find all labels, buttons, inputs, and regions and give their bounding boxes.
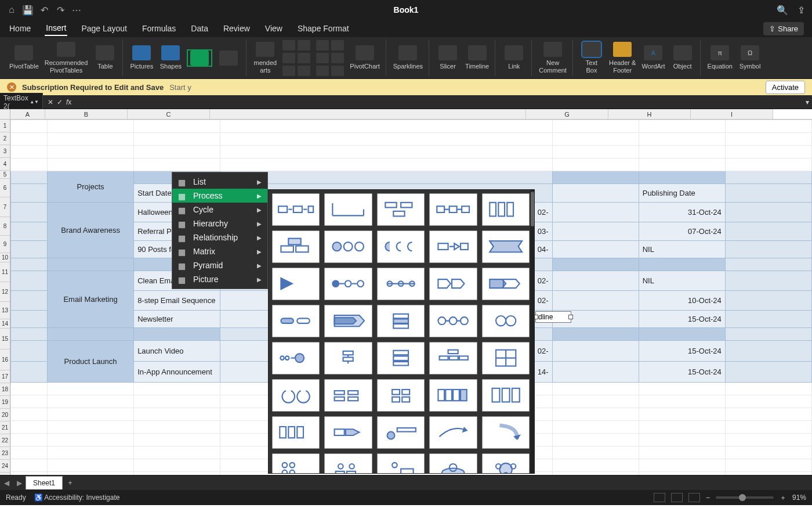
smartart-thumb[interactable]: [482, 268, 530, 300]
gallery-scrollbar[interactable]: [530, 189, 535, 474]
smartart-thumb[interactable]: [429, 453, 477, 474]
sheet-tab[interactable]: Sheet1: [26, 476, 63, 489]
smartart-category-hierarchy[interactable]: ▦Hierarchy▶: [172, 217, 267, 230]
chart-type-buttons-2[interactable]: [316, 40, 344, 76]
row-header[interactable]: 2: [0, 132, 10, 145]
smartart-thumb[interactable]: [429, 416, 477, 449]
save-icon[interactable]: 💾: [23, 5, 32, 15]
tab-page-layout[interactable]: Page Layout: [80, 21, 128, 35]
row-header[interactable]: 7: [0, 197, 10, 217]
link-button[interactable]: Link: [502, 45, 525, 70]
wordart-button[interactable]: AWordArt: [641, 45, 665, 70]
smartart-thumb[interactable]: [324, 305, 372, 337]
select-all-corner[interactable]: [0, 109, 10, 119]
smartart-category-pyramid[interactable]: ▦Pyramid▶: [172, 258, 267, 272]
smartart-thumb[interactable]: [324, 416, 372, 449]
smartart-thumb[interactable]: [272, 416, 320, 449]
tab-shape-format[interactable]: Shape Format: [296, 21, 350, 35]
slicer-button[interactable]: Slicer: [436, 45, 459, 70]
smartart-thumb[interactable]: [429, 305, 477, 337]
header-footer-button[interactable]: Header & Footer: [609, 42, 636, 73]
row-header[interactable]: 13: [0, 302, 10, 319]
tab-data[interactable]: Data: [190, 21, 209, 35]
pivotchart-button[interactable]: PivotChart: [350, 45, 379, 70]
smartart-thumb[interactable]: [482, 379, 530, 412]
row-header[interactable]: 16: [0, 350, 10, 370]
name-box-stepper-icon[interactable]: ▲▼: [30, 99, 39, 105]
share-indicator-icon[interactable]: ⇪: [798, 5, 805, 16]
row-header[interactable]: 17: [0, 370, 10, 383]
smartart-thumb[interactable]: [272, 305, 320, 337]
row-header[interactable]: 25: [0, 473, 10, 475]
smartart-thumb[interactable]: [429, 230, 477, 263]
row-header[interactable]: 12: [0, 282, 10, 302]
row-header[interactable]: 1: [0, 120, 10, 132]
row-header[interactable]: 9: [0, 236, 10, 253]
pictures-button[interactable]: Pictures: [130, 45, 153, 70]
view-normal-button[interactable]: [654, 493, 665, 502]
enter-formula-icon[interactable]: ✓: [57, 98, 63, 106]
smartart-thumb[interactable]: [429, 379, 477, 412]
view-page-break-button[interactable]: [688, 493, 700, 502]
smartart-thumb[interactable]: [482, 416, 530, 449]
floating-textbox[interactable]: dline: [535, 311, 571, 323]
chart-type-buttons[interactable]: [282, 40, 310, 76]
row-header[interactable]: 19: [0, 396, 10, 409]
timeline-button[interactable]: Timeline: [465, 45, 489, 70]
shapes-button[interactable]: Shapes: [159, 45, 182, 70]
smartart-thumb[interactable]: [377, 193, 425, 226]
smartart-thumb[interactable]: [429, 342, 477, 374]
smartart-thumb[interactable]: [324, 230, 372, 263]
smartart-thumb[interactable]: [429, 268, 477, 300]
row-header[interactable]: 18: [0, 383, 10, 396]
redo-icon[interactable]: ↷: [56, 5, 65, 15]
row-header[interactable]: 5: [0, 171, 10, 179]
smartart-category-relationship[interactable]: ▦Relationship▶: [172, 230, 267, 244]
row-header[interactable]: 24: [0, 460, 10, 473]
smartart-category-list[interactable]: ▦List▶: [172, 175, 267, 189]
row-header[interactable]: 21: [0, 421, 10, 434]
col-header-c[interactable]: C: [128, 109, 210, 119]
search-icon[interactable]: 🔍: [777, 5, 788, 16]
smartart-thumb[interactable]: [377, 379, 425, 412]
row-header[interactable]: 23: [0, 447, 10, 460]
recommended-pivottables-button[interactable]: Recommended PivotTables: [45, 42, 88, 73]
col-header-h[interactable]: H: [608, 109, 691, 119]
smartart-button[interactable]: [188, 51, 211, 66]
smartart-thumb[interactable]: [482, 193, 530, 226]
smartart-thumb[interactable]: [324, 379, 372, 412]
row-header[interactable]: 11: [0, 262, 10, 282]
name-box[interactable]: TextBox 2(▲▼: [0, 93, 43, 111]
row-header[interactable]: 22: [0, 434, 10, 447]
smartart-thumb[interactable]: [482, 305, 530, 337]
col-header-i[interactable]: I: [691, 109, 773, 119]
accessibility-status[interactable]: ♿ Accessibility: Investigate: [34, 493, 120, 502]
row-header[interactable]: 6: [0, 179, 10, 197]
banner-close-icon[interactable]: ✕: [7, 82, 16, 92]
object-button[interactable]: Object: [671, 45, 694, 70]
zoom-percent[interactable]: 91%: [792, 493, 806, 502]
new-comment-button[interactable]: New Comment: [539, 42, 567, 73]
row-header[interactable]: 8: [0, 217, 10, 236]
sheet-next-button[interactable]: ▶: [13, 479, 26, 487]
smartart-category-matrix[interactable]: ▦Matrix▶: [172, 244, 267, 258]
equation-button[interactable]: πEquation: [708, 45, 733, 70]
col-header-b[interactable]: B: [45, 109, 128, 119]
textbox-button[interactable]: Text Box: [580, 42, 603, 73]
tab-review[interactable]: Review: [222, 21, 251, 35]
table-button[interactable]: Table: [93, 45, 117, 70]
tab-insert[interactable]: Insert: [45, 21, 67, 36]
smartart-category-picture[interactable]: ▦Picture▶: [172, 272, 267, 286]
row-header[interactable]: 15: [0, 329, 10, 350]
row-header[interactable]: 14: [0, 319, 10, 329]
smartart-thumb[interactable]: [324, 453, 372, 474]
smartart-thumb[interactable]: [429, 193, 477, 226]
zoom-slider[interactable]: [716, 496, 774, 499]
col-header-a[interactable]: A: [10, 109, 45, 119]
cancel-formula-icon[interactable]: ✕: [48, 98, 53, 106]
smartart-thumb[interactable]: [482, 342, 530, 374]
share-button[interactable]: ⇧Share: [763, 22, 804, 35]
smartart-thumb[interactable]: [377, 416, 425, 449]
smartart-thumb[interactable]: [377, 453, 425, 474]
smartart-thumb[interactable]: [324, 193, 372, 226]
